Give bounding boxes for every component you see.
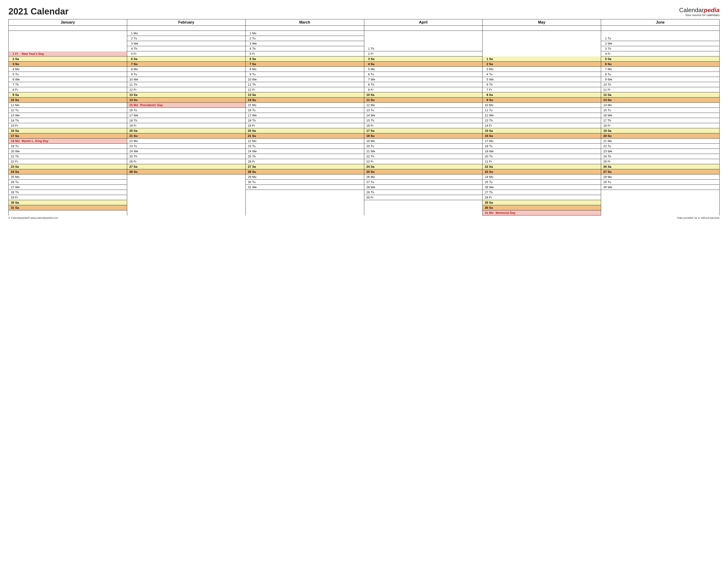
day-cell: 18Th: [246, 118, 364, 123]
day-abbr: Mo: [252, 139, 258, 143]
day-abbr: Su: [134, 98, 139, 102]
day-cell: 10Mo: [483, 103, 601, 108]
day-abbr: Mo: [371, 175, 376, 179]
day-number: 17: [129, 113, 133, 118]
month-column: June1Tu2We3Th4Fr5Sa6Su7Mo8Tu9We10Th11Fr1…: [601, 19, 720, 216]
day-cell: 19Fr: [246, 123, 364, 128]
day-number: 14: [129, 98, 133, 102]
day-number: 22: [602, 144, 607, 148]
day-abbr: We: [608, 149, 613, 154]
day-cell: 17We: [246, 113, 364, 118]
header: 2021 Calendar Calendarpedia Your source …: [8, 7, 720, 17]
day-cell: 8Sa: [483, 92, 601, 98]
day-number: 15: [602, 108, 607, 112]
day-number: 30: [484, 206, 488, 210]
day-cell: 26Sa: [601, 164, 720, 169]
day-abbr: Su: [15, 206, 21, 210]
day-number: 11: [366, 98, 370, 102]
day-abbr: Sa: [489, 201, 495, 205]
day-cell: 13Su: [601, 98, 720, 103]
day-number: 4: [602, 52, 607, 56]
day-abbr: We: [15, 77, 21, 82]
empty-cell: [483, 36, 601, 41]
day-abbr: Fr: [15, 160, 21, 164]
day-number: 5: [10, 72, 14, 77]
day-abbr: Mo: [371, 67, 376, 71]
day-number: 4: [366, 62, 370, 66]
day-cell: 26Mo: [364, 175, 483, 180]
day-abbr: Fr: [252, 52, 258, 56]
day-abbr: Th: [608, 119, 613, 123]
day-cell: 4Su: [364, 62, 483, 67]
day-number: 25: [10, 175, 14, 179]
day-abbr: Su: [15, 170, 21, 174]
day-abbr: Tu: [371, 144, 376, 148]
day-abbr: We: [252, 113, 258, 118]
day-abbr: Sa: [489, 129, 495, 133]
day-abbr: Fr: [134, 88, 139, 92]
day-number: 27: [484, 190, 488, 195]
day-abbr: We: [252, 185, 258, 189]
day-abbr: Su: [134, 62, 139, 66]
day-number: 20: [10, 149, 14, 154]
day-number: 18: [484, 144, 488, 148]
day-cell: 25Th: [127, 154, 246, 159]
day-abbr: Su: [252, 98, 258, 102]
day-cell: 13Sa: [246, 92, 364, 98]
day-cell: 9Fr: [364, 87, 483, 92]
footer-left: © Calendarpedia® www.calendarpedia.com: [8, 217, 58, 219]
day-number: 6: [129, 57, 133, 61]
day-number: 19: [247, 124, 251, 128]
day-cell: 13Sa: [127, 92, 246, 98]
day-cell: 3We: [127, 41, 246, 46]
day-abbr: Th: [134, 154, 139, 159]
day-cell: 27We: [9, 185, 127, 190]
day-number: 7: [366, 77, 370, 82]
day-number: 2: [247, 36, 251, 41]
day-abbr: Tu: [489, 108, 495, 112]
day-cell: 3Mo: [483, 67, 601, 72]
day-abbr: Tu: [252, 36, 258, 41]
empty-cell: [601, 31, 720, 36]
day-abbr: Su: [15, 134, 21, 138]
day-number: 21: [484, 160, 488, 164]
day-abbr: Th: [134, 83, 139, 87]
day-abbr: Fr: [608, 88, 613, 92]
day-number: 27: [366, 180, 370, 184]
day-abbr: Sa: [489, 57, 495, 61]
day-abbr: Su: [489, 170, 495, 174]
day-number: 21: [366, 149, 370, 154]
empty-cell: [601, 205, 720, 210]
day-abbr: Th: [15, 154, 21, 159]
day-number: 13: [129, 93, 133, 97]
day-abbr: Sa: [134, 57, 139, 61]
day-cell: 7Su: [246, 62, 364, 67]
day-number: 4: [10, 67, 14, 71]
day-cell: 18Tu: [483, 144, 601, 149]
day-abbr: We: [608, 42, 613, 46]
day-cell: 9Tu: [127, 72, 246, 77]
day-number: 26: [10, 180, 14, 184]
day-cell: 8Tu: [601, 72, 720, 77]
empty-cell: [127, 190, 246, 195]
spacer-row: [483, 26, 601, 31]
day-abbr: Tu: [608, 36, 613, 41]
day-cell: 25Su: [364, 169, 483, 175]
day-cell: 19Tu: [9, 144, 127, 149]
day-number: 24: [129, 149, 133, 154]
day-number: 6: [10, 77, 14, 82]
day-cell: 4Fr: [601, 51, 720, 56]
day-cell: 22Mo: [127, 139, 246, 144]
spacer-row: [127, 26, 246, 31]
day-number: 1: [602, 36, 607, 41]
day-number: 13: [10, 113, 14, 118]
day-abbr: Fr: [608, 52, 613, 56]
day-cell: 5Sa: [601, 56, 720, 62]
empty-cell: [9, 31, 127, 36]
day-cell: 9We: [601, 77, 720, 82]
day-number: 26: [247, 160, 251, 164]
day-cell: 14Su: [246, 98, 364, 103]
day-abbr: Tu: [134, 36, 139, 41]
day-cell: 21We: [364, 149, 483, 154]
spacer-row: [246, 26, 364, 31]
